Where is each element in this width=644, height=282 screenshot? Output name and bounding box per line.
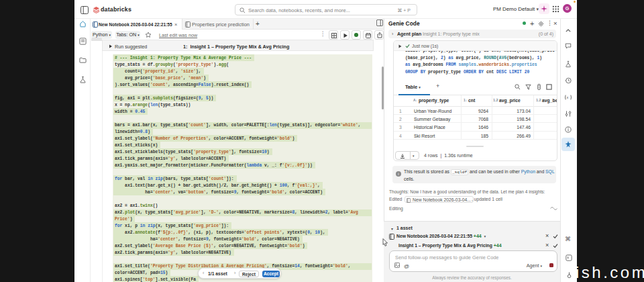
svg-text:x: x	[567, 95, 569, 99]
